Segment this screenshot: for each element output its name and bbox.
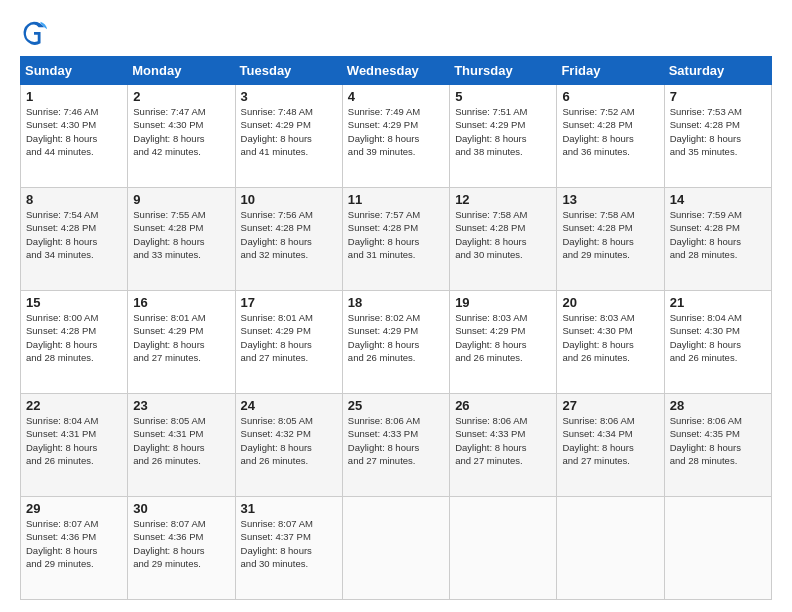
col-header-thursday: Thursday [450,57,557,85]
calendar-cell: 15Sunrise: 8:00 AM Sunset: 4:28 PM Dayli… [21,291,128,394]
calendar-table: SundayMondayTuesdayWednesdayThursdayFrid… [20,56,772,600]
cell-info: Sunrise: 7:57 AM Sunset: 4:28 PM Dayligh… [348,208,444,261]
calendar-cell: 18Sunrise: 8:02 AM Sunset: 4:29 PM Dayli… [342,291,449,394]
page: SundayMondayTuesdayWednesdayThursdayFrid… [0,0,792,612]
cell-info: Sunrise: 8:02 AM Sunset: 4:29 PM Dayligh… [348,311,444,364]
col-header-sunday: Sunday [21,57,128,85]
calendar-cell: 21Sunrise: 8:04 AM Sunset: 4:30 PM Dayli… [664,291,771,394]
day-number: 30 [133,501,229,516]
logo-icon [20,18,48,46]
week-row-3: 15Sunrise: 8:00 AM Sunset: 4:28 PM Dayli… [21,291,772,394]
day-number: 13 [562,192,658,207]
cell-info: Sunrise: 8:07 AM Sunset: 4:37 PM Dayligh… [241,517,337,570]
cell-info: Sunrise: 8:07 AM Sunset: 4:36 PM Dayligh… [133,517,229,570]
calendar-cell [557,497,664,600]
calendar-cell: 13Sunrise: 7:58 AM Sunset: 4:28 PM Dayli… [557,188,664,291]
day-number: 18 [348,295,444,310]
day-number: 23 [133,398,229,413]
cell-info: Sunrise: 8:01 AM Sunset: 4:29 PM Dayligh… [241,311,337,364]
cell-info: Sunrise: 7:59 AM Sunset: 4:28 PM Dayligh… [670,208,766,261]
day-number: 4 [348,89,444,104]
calendar-cell: 25Sunrise: 8:06 AM Sunset: 4:33 PM Dayli… [342,394,449,497]
cell-info: Sunrise: 7:51 AM Sunset: 4:29 PM Dayligh… [455,105,551,158]
day-number: 15 [26,295,122,310]
header-row: SundayMondayTuesdayWednesdayThursdayFrid… [21,57,772,85]
cell-info: Sunrise: 8:04 AM Sunset: 4:30 PM Dayligh… [670,311,766,364]
cell-info: Sunrise: 8:07 AM Sunset: 4:36 PM Dayligh… [26,517,122,570]
calendar-cell: 29Sunrise: 8:07 AM Sunset: 4:36 PM Dayli… [21,497,128,600]
calendar-cell: 3Sunrise: 7:48 AM Sunset: 4:29 PM Daylig… [235,85,342,188]
calendar-cell: 2Sunrise: 7:47 AM Sunset: 4:30 PM Daylig… [128,85,235,188]
calendar-cell: 20Sunrise: 8:03 AM Sunset: 4:30 PM Dayli… [557,291,664,394]
cell-info: Sunrise: 7:48 AM Sunset: 4:29 PM Dayligh… [241,105,337,158]
day-number: 5 [455,89,551,104]
col-header-wednesday: Wednesday [342,57,449,85]
day-number: 16 [133,295,229,310]
day-number: 29 [26,501,122,516]
cell-info: Sunrise: 8:05 AM Sunset: 4:31 PM Dayligh… [133,414,229,467]
day-number: 22 [26,398,122,413]
calendar-cell: 30Sunrise: 8:07 AM Sunset: 4:36 PM Dayli… [128,497,235,600]
logo [20,18,52,46]
cell-info: Sunrise: 7:55 AM Sunset: 4:28 PM Dayligh… [133,208,229,261]
cell-info: Sunrise: 7:49 AM Sunset: 4:29 PM Dayligh… [348,105,444,158]
calendar-cell: 24Sunrise: 8:05 AM Sunset: 4:32 PM Dayli… [235,394,342,497]
calendar-cell [342,497,449,600]
calendar-cell: 31Sunrise: 8:07 AM Sunset: 4:37 PM Dayli… [235,497,342,600]
cell-info: Sunrise: 7:53 AM Sunset: 4:28 PM Dayligh… [670,105,766,158]
calendar-cell: 9Sunrise: 7:55 AM Sunset: 4:28 PM Daylig… [128,188,235,291]
cell-info: Sunrise: 8:00 AM Sunset: 4:28 PM Dayligh… [26,311,122,364]
calendar-cell: 23Sunrise: 8:05 AM Sunset: 4:31 PM Dayli… [128,394,235,497]
cell-info: Sunrise: 7:52 AM Sunset: 4:28 PM Dayligh… [562,105,658,158]
calendar-cell: 8Sunrise: 7:54 AM Sunset: 4:28 PM Daylig… [21,188,128,291]
day-number: 17 [241,295,337,310]
cell-info: Sunrise: 8:03 AM Sunset: 4:30 PM Dayligh… [562,311,658,364]
col-header-saturday: Saturday [664,57,771,85]
calendar-cell: 6Sunrise: 7:52 AM Sunset: 4:28 PM Daylig… [557,85,664,188]
day-number: 19 [455,295,551,310]
cell-info: Sunrise: 7:54 AM Sunset: 4:28 PM Dayligh… [26,208,122,261]
calendar-cell: 4Sunrise: 7:49 AM Sunset: 4:29 PM Daylig… [342,85,449,188]
day-number: 12 [455,192,551,207]
cell-info: Sunrise: 7:58 AM Sunset: 4:28 PM Dayligh… [455,208,551,261]
cell-info: Sunrise: 8:05 AM Sunset: 4:32 PM Dayligh… [241,414,337,467]
day-number: 1 [26,89,122,104]
cell-info: Sunrise: 8:06 AM Sunset: 4:33 PM Dayligh… [455,414,551,467]
day-number: 7 [670,89,766,104]
week-row-2: 8Sunrise: 7:54 AM Sunset: 4:28 PM Daylig… [21,188,772,291]
day-number: 21 [670,295,766,310]
calendar-cell: 28Sunrise: 8:06 AM Sunset: 4:35 PM Dayli… [664,394,771,497]
calendar-cell: 11Sunrise: 7:57 AM Sunset: 4:28 PM Dayli… [342,188,449,291]
day-number: 9 [133,192,229,207]
calendar-cell: 12Sunrise: 7:58 AM Sunset: 4:28 PM Dayli… [450,188,557,291]
calendar-cell: 17Sunrise: 8:01 AM Sunset: 4:29 PM Dayli… [235,291,342,394]
week-row-5: 29Sunrise: 8:07 AM Sunset: 4:36 PM Dayli… [21,497,772,600]
cell-info: Sunrise: 8:06 AM Sunset: 4:33 PM Dayligh… [348,414,444,467]
day-number: 26 [455,398,551,413]
day-number: 2 [133,89,229,104]
cell-info: Sunrise: 8:06 AM Sunset: 4:35 PM Dayligh… [670,414,766,467]
day-number: 27 [562,398,658,413]
calendar-cell: 5Sunrise: 7:51 AM Sunset: 4:29 PM Daylig… [450,85,557,188]
week-row-4: 22Sunrise: 8:04 AM Sunset: 4:31 PM Dayli… [21,394,772,497]
cell-info: Sunrise: 8:01 AM Sunset: 4:29 PM Dayligh… [133,311,229,364]
day-number: 3 [241,89,337,104]
col-header-friday: Friday [557,57,664,85]
day-number: 31 [241,501,337,516]
cell-info: Sunrise: 8:04 AM Sunset: 4:31 PM Dayligh… [26,414,122,467]
calendar-cell: 22Sunrise: 8:04 AM Sunset: 4:31 PM Dayli… [21,394,128,497]
cell-info: Sunrise: 7:56 AM Sunset: 4:28 PM Dayligh… [241,208,337,261]
day-number: 8 [26,192,122,207]
cell-info: Sunrise: 8:06 AM Sunset: 4:34 PM Dayligh… [562,414,658,467]
calendar-cell: 10Sunrise: 7:56 AM Sunset: 4:28 PM Dayli… [235,188,342,291]
week-row-1: 1Sunrise: 7:46 AM Sunset: 4:30 PM Daylig… [21,85,772,188]
calendar-cell: 19Sunrise: 8:03 AM Sunset: 4:29 PM Dayli… [450,291,557,394]
day-number: 28 [670,398,766,413]
calendar-cell: 1Sunrise: 7:46 AM Sunset: 4:30 PM Daylig… [21,85,128,188]
calendar-cell: 14Sunrise: 7:59 AM Sunset: 4:28 PM Dayli… [664,188,771,291]
calendar-cell [664,497,771,600]
day-number: 20 [562,295,658,310]
cell-info: Sunrise: 7:47 AM Sunset: 4:30 PM Dayligh… [133,105,229,158]
calendar-cell [450,497,557,600]
calendar-cell: 7Sunrise: 7:53 AM Sunset: 4:28 PM Daylig… [664,85,771,188]
